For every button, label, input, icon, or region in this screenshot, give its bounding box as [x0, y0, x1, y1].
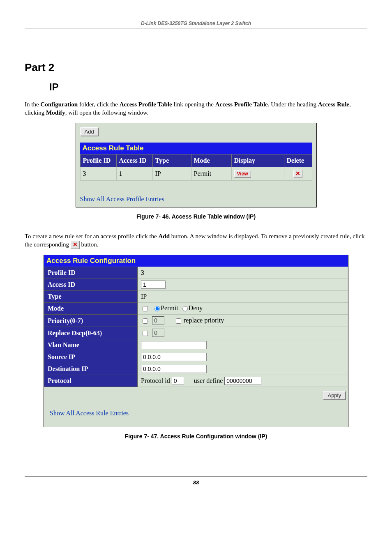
intro-bold-apt1: Access Profile Table [120, 101, 172, 108]
priority-enable-checkbox[interactable] [143, 318, 148, 324]
access-rule-table-title: Access Rule Table [80, 143, 312, 154]
figure-1-screenshot: Add Access Rule Table Profile ID Access … [76, 123, 317, 207]
figure-2-screenshot: Access Rule Configuration Profile ID 3 A… [44, 255, 348, 427]
replace-priority-checkbox[interactable] [176, 318, 181, 324]
intro-bold-configuration: Configuration [40, 101, 78, 108]
access-rule-table: Profile ID Access ID Type Mode Display D… [80, 154, 312, 181]
replace-dscp-checkbox[interactable] [143, 331, 148, 336]
part-heading: Part 2 [25, 61, 367, 74]
close-icon: ✕ [295, 171, 300, 177]
mid-text: To create a new rule set for an access p… [25, 233, 158, 240]
cell-access-id: 1 [116, 167, 152, 180]
mode-permit-label: Permit [161, 304, 178, 311]
col-delete: Delete [284, 154, 312, 167]
intro-text: . Under the heading [268, 101, 318, 108]
cell-type: IP [152, 167, 191, 180]
lbl-mode: Mode [44, 303, 138, 315]
page-number: 88 [25, 477, 367, 486]
mode-deny-label: Deny [189, 304, 203, 311]
lbl-access-id: Access ID [44, 279, 138, 291]
user-define-label: user define [194, 377, 223, 384]
val-profile-id: 3 [138, 267, 348, 279]
priority-input[interactable] [152, 316, 164, 325]
lbl-replace-dscp: Replace Dscp(0-63) [44, 327, 138, 339]
lbl-type: Type [44, 291, 138, 303]
mid-text: button. [80, 241, 99, 248]
source-ip-input[interactable] [141, 353, 207, 361]
config-table: Profile ID 3 Access ID Type IP Mode Perm… [44, 267, 348, 387]
show-all-access-rule-entries-link[interactable]: Show All Access Rule Entries [50, 410, 129, 417]
col-mode: Mode [191, 154, 231, 167]
val-type: IP [138, 291, 348, 303]
lbl-dest-ip: Destination IP [44, 363, 138, 375]
mid-bold-add: Add [158, 233, 170, 240]
replace-dscp-input[interactable] [152, 329, 164, 337]
lbl-source-ip: Source IP [44, 351, 138, 363]
lbl-priority: Priority(0-7) [44, 315, 138, 327]
cell-profile-id: 3 [80, 167, 116, 180]
mode-permit-radio[interactable] [154, 306, 160, 311]
replace-priority-label: replace priority [184, 317, 224, 324]
delete-row-button[interactable]: ✕ [293, 170, 302, 178]
col-access-id: Access ID [116, 154, 152, 167]
table-row: 3 1 IP Permit View ✕ [80, 167, 312, 180]
lbl-protocol: Protocol [44, 375, 138, 387]
figure-2-caption: Figure 7- 47. Access Rule Configuration … [25, 433, 367, 440]
delete-inline-icon: ✕ [71, 241, 80, 249]
lbl-profile-id: Profile ID [44, 267, 138, 279]
intro-text: In the [25, 101, 40, 108]
figure-1-caption: Figure 7- 46. Access Rule Table window (… [25, 213, 367, 220]
col-type: Type [152, 154, 191, 167]
lbl-vlan-name: Vlan Name [44, 339, 138, 351]
doc-header: D-Link DES-3250TG Standalone Layer 2 Swi… [25, 21, 367, 28]
intro-text: link opening the [172, 101, 215, 108]
protocol-id-input[interactable] [172, 377, 184, 385]
col-profile-id: Profile ID [80, 154, 116, 167]
col-display: Display [231, 154, 284, 167]
ip-heading: IP [49, 81, 367, 93]
mode-enable-checkbox[interactable] [143, 306, 148, 311]
intro-bold-access-rule: Access Rule [318, 101, 349, 108]
access-rule-config-title: Access Rule Configuration [44, 255, 348, 267]
user-define-input[interactable] [224, 377, 261, 385]
close-icon: ✕ [73, 242, 78, 248]
intro-paragraph: In the Configuration folder, click the A… [25, 100, 367, 117]
apply-button[interactable]: Apply [323, 391, 346, 400]
cell-mode: Permit [191, 167, 231, 180]
vlan-name-input[interactable] [141, 341, 207, 349]
view-button[interactable]: View [234, 170, 251, 177]
intro-bold-apt2: Access Profile Table [215, 101, 268, 108]
mid-paragraph: To create a new rule set for an access p… [25, 232, 367, 249]
mode-deny-radio[interactable] [182, 306, 188, 311]
add-button[interactable]: Add [80, 127, 99, 136]
intro-text: folder, click the [78, 101, 119, 108]
show-all-access-profile-entries-link[interactable]: Show All Access Profile Entries [80, 196, 164, 203]
intro-bold-modify: Modify [46, 109, 65, 116]
protocol-id-label: Protocol id [141, 377, 170, 384]
access-id-input[interactable] [141, 281, 166, 289]
intro-text: , will open the following window. [65, 109, 149, 116]
dest-ip-input[interactable] [141, 365, 207, 373]
